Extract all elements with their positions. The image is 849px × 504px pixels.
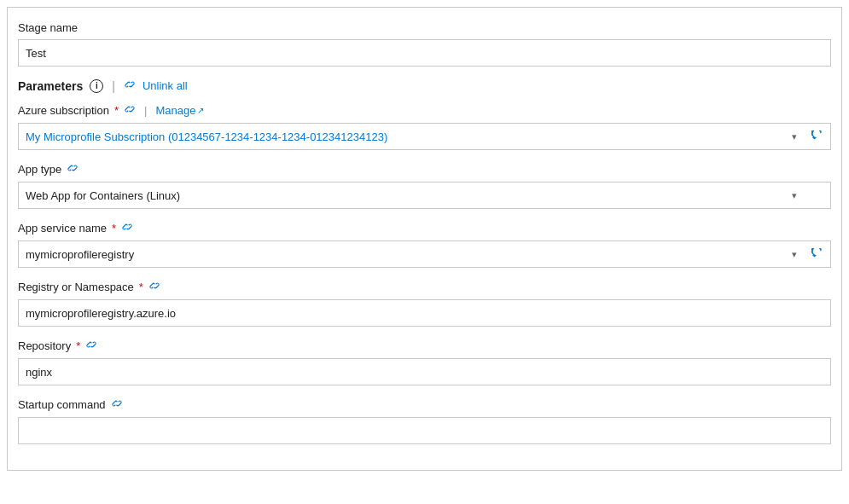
registry-namespace-chain-icon[interactable]	[148, 280, 160, 294]
app-type-label-row: App type	[18, 162, 831, 177]
repository-label: Repository	[18, 339, 71, 352]
app-service-name-chain-icon[interactable]	[121, 221, 133, 235]
app-type-label: App type	[18, 163, 61, 176]
form-container: Stage name Parameters i | Unlink all Azu…	[7, 7, 842, 471]
repository-group: Repository *	[18, 339, 831, 385]
stage-name-group: Stage name	[18, 21, 831, 67]
app-service-name-select-wrapper: mymicroprofileregistry ▾	[18, 240, 831, 268]
parameters-info-icon[interactable]: i	[90, 79, 103, 93]
external-link-icon: ↗	[197, 106, 204, 115]
app-type-chain-icon[interactable]	[67, 162, 79, 177]
registry-namespace-label: Registry or Namespace	[18, 281, 134, 293]
header-separator: |	[112, 79, 115, 93]
app-service-name-label-row: App service name *	[18, 221, 831, 235]
app-service-name-required: *	[112, 222, 116, 235]
unlink-all-label: Unlink all	[142, 79, 188, 92]
azure-subscription-select[interactable]: My Microprofile Subscription (01234567-1…	[18, 123, 831, 150]
repository-required: *	[76, 339, 80, 352]
azure-subscription-required: *	[114, 104, 119, 117]
registry-namespace-required: *	[139, 281, 143, 293]
registry-namespace-group: Registry or Namespace *	[18, 280, 831, 327]
app-service-name-select[interactable]: mymicroprofileregistry	[18, 240, 831, 268]
startup-command-group: Startup command	[18, 397, 831, 444]
azure-subscription-select-wrapper: My Microprofile Subscription (01234567-1…	[18, 123, 831, 150]
startup-command-input[interactable]	[18, 417, 831, 444]
app-service-name-refresh-button[interactable]	[804, 240, 831, 268]
stage-name-label: Stage name	[18, 21, 831, 34]
startup-command-label: Startup command	[18, 398, 106, 411]
azure-subscription-label-row: Azure subscription * | Manage ↗	[18, 103, 831, 118]
subscription-separator: |	[144, 104, 147, 117]
manage-link[interactable]: Manage ↗	[155, 104, 204, 117]
stage-name-input[interactable]	[18, 39, 831, 67]
repository-chain-icon[interactable]	[85, 339, 97, 353]
startup-command-chain-icon[interactable]	[111, 397, 123, 412]
repository-label-row: Repository *	[18, 339, 831, 353]
azure-subscription-label: Azure subscription	[18, 104, 109, 117]
unlink-all-button[interactable]: Unlink all	[142, 79, 188, 92]
registry-namespace-input[interactable]	[18, 299, 831, 327]
app-type-select-wrapper: Web App for Containers (Linux) ▾	[18, 182, 831, 209]
parameters-label: Parameters	[18, 79, 83, 93]
parameters-chain-icon[interactable]	[124, 78, 136, 93]
azure-subscription-group: Azure subscription * | Manage ↗ My Micro…	[18, 103, 831, 150]
repository-input[interactable]	[18, 358, 831, 385]
parameters-header: Parameters i | Unlink all	[18, 78, 831, 93]
app-type-group: App type Web App for Containers (Linux) …	[18, 162, 831, 209]
app-service-name-label: App service name	[18, 222, 107, 235]
startup-command-label-row: Startup command	[18, 397, 831, 412]
azure-subscription-chain-icon[interactable]	[124, 103, 136, 118]
registry-namespace-label-row: Registry or Namespace *	[18, 280, 831, 294]
subscription-refresh-button[interactable]	[804, 123, 831, 150]
app-type-select[interactable]: Web App for Containers (Linux)	[18, 182, 831, 209]
app-service-name-group: App service name * mymicroprofileregistr…	[18, 221, 831, 268]
manage-label: Manage	[155, 104, 195, 117]
